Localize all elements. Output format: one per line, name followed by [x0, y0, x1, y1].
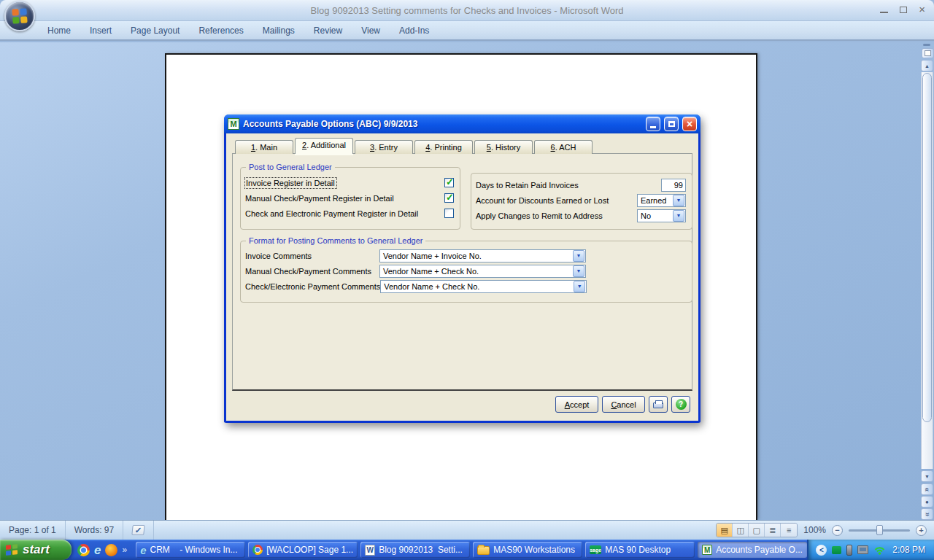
- wireless-tray-icon[interactable]: [873, 545, 886, 556]
- browse-previous-icon[interactable]: «: [921, 483, 933, 495]
- restore-icon[interactable]: [900, 7, 907, 13]
- tab-additional[interactable]: 2. Additional: [295, 138, 353, 154]
- manual-check-comments-select[interactable]: Vendor Name + Check No.: [379, 265, 586, 278]
- zoom-out-icon[interactable]: −: [832, 525, 843, 536]
- chevron-down-icon[interactable]: [574, 281, 585, 292]
- print-layout-view-icon[interactable]: ▤: [717, 524, 733, 537]
- days-retain-row: Days to Retain Paid Invoices 99: [476, 178, 686, 192]
- posting-comments-group: Format for Posting Comments to General L…: [240, 241, 692, 303]
- cancel-button[interactable]: Cancel: [602, 396, 645, 413]
- check-electronic-comments-select[interactable]: Vendor Name + Check No.: [380, 280, 587, 293]
- invoice-comments-row: Invoice Comments Vendor Name + Invoice N…: [245, 249, 686, 262]
- taskbar-item-accounts-payable[interactable]: MAccounts Payable O...: [698, 542, 807, 558]
- taskbar-item-mas90-folder[interactable]: MAS90 Workstations: [473, 542, 582, 558]
- ribbon-tab-review[interactable]: Review: [304, 22, 352, 39]
- field-label: Days to Retain Paid Invoices: [476, 181, 661, 190]
- ribbon-tab-home[interactable]: Home: [38, 22, 80, 39]
- discounts-earned-select[interactable]: Earned: [637, 194, 686, 207]
- browse-next-icon[interactable]: «: [921, 508, 933, 520]
- outline-view-icon[interactable]: ≣: [765, 524, 781, 537]
- minimize-icon[interactable]: [880, 7, 888, 13]
- web-layout-view-icon[interactable]: ▢: [749, 524, 765, 537]
- mas90-app-icon: M: [228, 118, 239, 130]
- ie-icon[interactable]: e: [94, 544, 101, 556]
- accept-button[interactable]: Accept: [555, 396, 598, 413]
- tab-history[interactable]: 5. History: [474, 140, 533, 154]
- field-label: Invoice Comments: [245, 252, 379, 260]
- select-browse-object-icon[interactable]: ●: [921, 496, 933, 508]
- chevron-down-icon[interactable]: [673, 210, 684, 222]
- invoice-register-checkbox[interactable]: [444, 178, 454, 187]
- draft-view-icon[interactable]: ≡: [781, 524, 797, 537]
- system-tray: < 2:08 PM: [807, 540, 934, 560]
- check-electronic-register-row: Check and Electronic Payment Register in…: [245, 206, 454, 220]
- quick-launch-overflow-icon[interactable]: »: [122, 545, 127, 555]
- apply-changes-remit-select[interactable]: No: [637, 209, 686, 222]
- manual-check-register-checkbox[interactable]: [444, 193, 454, 203]
- zoom-slider-thumb[interactable]: [876, 525, 883, 535]
- zoom-in-icon[interactable]: +: [916, 525, 927, 536]
- quick-launch-bar: e »: [72, 540, 133, 560]
- taskbar-item-word-doc[interactable]: WBlog 9092013 Setti...: [360, 542, 470, 558]
- office-button[interactable]: [4, 1, 35, 31]
- scroll-down-icon[interactable]: ▼: [921, 470, 933, 482]
- word-status-bar: Page: 1 of 1 Words: 97 ✓ ▤ ◫ ▢ ≣ ≡ 100% …: [0, 520, 934, 540]
- dialog-titlebar[interactable]: M Accounts Payable Options (ABC) 9/9/201…: [224, 114, 700, 133]
- dialog-minimize-icon[interactable]: [646, 117, 660, 131]
- dialog-title: Accounts Payable Options (ABC) 9/9/2013: [243, 119, 642, 129]
- scrollbar-thumb[interactable]: [922, 73, 932, 422]
- help-button[interactable]: ?: [671, 396, 690, 413]
- ribbon-tab-add-ins[interactable]: Add-Ins: [390, 22, 439, 39]
- chevron-down-icon[interactable]: [673, 195, 684, 206]
- check-electronic-register-checkbox[interactable]: [444, 209, 454, 218]
- close-icon[interactable]: ×: [919, 6, 925, 13]
- tab-page-additional: Post to General Ledger Invoice Register …: [232, 153, 692, 391]
- scroll-up-icon[interactable]: ▲: [921, 60, 933, 71]
- discounts-row: Account for Discounts Earned or Lost Ear…: [476, 193, 686, 207]
- remit-address-row: Apply Changes to Remit to Address No: [476, 209, 686, 222]
- tab-entry[interactable]: 3. Entry: [355, 140, 413, 154]
- tray-collapse-icon[interactable]: <: [816, 545, 827, 556]
- ruler-toggle-icon[interactable]: [922, 48, 934, 58]
- ribbon-tab-mailings[interactable]: Mailings: [253, 22, 304, 39]
- zoom-slider[interactable]: [849, 524, 910, 536]
- word-titlebar: × Blog 9092013 Setting comments for Chec…: [0, 0, 934, 21]
- fullscreen-reading-view-icon[interactable]: ◫: [733, 524, 749, 537]
- ribbon-tab-references[interactable]: References: [189, 22, 252, 39]
- help-icon: ?: [676, 399, 687, 410]
- ie-icon: e: [140, 544, 146, 556]
- invoice-comments-select[interactable]: Vendor Name + Invoice No.: [379, 249, 586, 262]
- scrollbar-track[interactable]: [921, 72, 933, 469]
- chrome-icon[interactable]: [77, 544, 90, 556]
- days-to-retain-input[interactable]: 99: [661, 179, 686, 192]
- device-tray-icon[interactable]: [846, 545, 852, 556]
- display-tray-icon[interactable]: [857, 545, 868, 554]
- proofing-status[interactable]: ✓: [123, 521, 154, 540]
- split-handle[interactable]: [923, 44, 930, 46]
- field-label: Apply Changes to Remit to Address: [476, 211, 637, 220]
- clock[interactable]: 2:08 PM: [892, 545, 925, 555]
- firefox-icon[interactable]: [105, 544, 117, 556]
- start-button[interactable]: start: [0, 540, 72, 560]
- ribbon-tab-page-layout[interactable]: Page Layout: [121, 22, 189, 39]
- chevron-down-icon[interactable]: [573, 265, 584, 277]
- tab-ach[interactable]: 6. ACH: [534, 140, 593, 154]
- word-count[interactable]: Words: 97: [66, 521, 123, 540]
- print-button[interactable]: [649, 396, 668, 413]
- ribbon-tab-view[interactable]: View: [352, 22, 390, 39]
- chevron-down-icon[interactable]: [573, 250, 584, 262]
- sage-tray-icon[interactable]: [832, 546, 841, 554]
- spellcheck-icon: ✓: [131, 525, 144, 535]
- dialog-maximize-icon[interactable]: [664, 117, 679, 131]
- page-indicator[interactable]: Page: 1 of 1: [0, 521, 66, 540]
- zoom-level[interactable]: 100%: [803, 525, 826, 535]
- taskbar-item-sage-browser[interactable]: [WACLOOP] Sage 1...: [248, 542, 358, 558]
- dialog-close-icon[interactable]: ×: [682, 117, 697, 131]
- tab-main[interactable]: 1. Main: [235, 140, 293, 154]
- tab-printing[interactable]: 4. Printing: [414, 140, 473, 154]
- ribbon-tab-insert[interactable]: Insert: [80, 22, 121, 39]
- taskbar-item-crm[interactable]: eCRM - Windows In...: [136, 542, 245, 558]
- field-label: Account for Discounts Earned or Lost: [476, 196, 637, 205]
- vertical-scrollbar: ▲ ▼ « ● «: [921, 42, 933, 520]
- taskbar-item-mas90-desktop[interactable]: sageMAS 90 Desktop: [585, 542, 695, 558]
